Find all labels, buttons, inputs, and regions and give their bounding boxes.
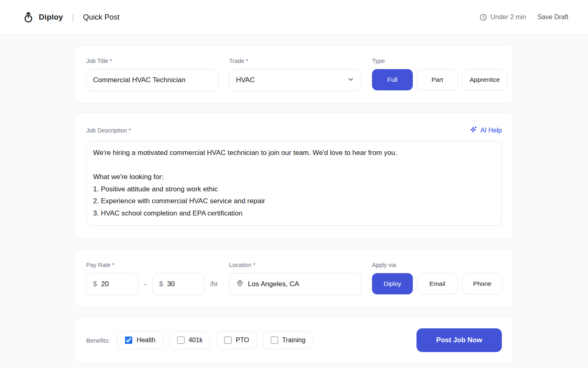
apply-via-field-group: Apply via Diploy Email Phone xyxy=(372,262,503,295)
trade-field-group: Trade * HVAC xyxy=(229,58,361,91)
apply-via-button-group: Diploy Email Phone xyxy=(372,273,503,294)
type-option-apprentice[interactable]: Apprentice xyxy=(462,69,508,90)
pay-unit-label: /hr xyxy=(210,280,218,288)
top-bar: Diploy | Quick Post Under 2 min Save Dra… xyxy=(0,0,588,35)
clock-icon xyxy=(479,13,487,21)
save-draft-button[interactable]: Save Draft xyxy=(537,13,568,21)
benefits-group: Health 401k PTO Training xyxy=(117,331,313,349)
pay-min-field[interactable]: $ xyxy=(86,273,138,295)
ai-help-button[interactable]: AI Help xyxy=(470,126,502,135)
basics-card: Job Title * Trade * HVAC Type Full Part … xyxy=(74,45,514,104)
pay-range-separator: - xyxy=(144,280,147,288)
job-title-label: Job Title * xyxy=(86,58,218,64)
location-label: Location * xyxy=(229,262,361,268)
brand-separator: | xyxy=(72,13,74,22)
pay-rate-field-group: Pay Rate * $ - $ /hr xyxy=(86,262,218,295)
ai-help-label: AI Help xyxy=(481,127,502,134)
benefit-pto-label: PTO xyxy=(236,337,249,344)
type-label: Type xyxy=(372,58,508,64)
benefit-401k-checkbox[interactable] xyxy=(177,337,185,344)
apply-via-option-diploy[interactable]: Diploy xyxy=(372,273,413,294)
pay-rate-label: Pay Rate * xyxy=(86,262,218,268)
location-field-group: Location * xyxy=(229,262,361,295)
description-card: Job Description * AI Help We're hiring a… xyxy=(74,113,514,240)
footer-card: Benefits: Health 401k PTO Training Post … xyxy=(74,317,514,364)
benefit-health-checkbox[interactable] xyxy=(125,337,132,344)
benefit-pto[interactable]: PTO xyxy=(216,331,257,349)
brand-name: Diploy xyxy=(39,13,63,22)
type-field-group: Type Full Part Apprentice xyxy=(372,58,508,91)
post-job-button[interactable]: Post Job Now xyxy=(416,328,502,352)
apply-via-label: Apply via xyxy=(372,262,503,268)
benefit-401k-label: 401k xyxy=(189,337,203,344)
brand-area: Diploy | Quick Post xyxy=(23,11,120,23)
benefit-health-label: Health xyxy=(136,337,155,344)
dollar-icon: $ xyxy=(93,280,97,288)
apply-via-option-email[interactable]: Email xyxy=(417,273,458,294)
benefits-label: Benefits: xyxy=(86,337,110,344)
trade-label: Trade * xyxy=(229,58,361,64)
time-estimate: Under 2 min xyxy=(479,13,526,21)
quick-post-form: Job Title * Trade * HVAC Type Full Part … xyxy=(74,45,514,364)
time-estimate-label: Under 2 min xyxy=(490,13,526,21)
benefit-pto-checkbox[interactable] xyxy=(224,337,232,344)
benefit-health[interactable]: Health xyxy=(117,331,163,349)
pay-max-field[interactable]: $ xyxy=(152,273,205,295)
apply-via-option-phone[interactable]: Phone xyxy=(462,273,503,294)
benefit-training-label: Training xyxy=(282,337,305,344)
page-title: Quick Post xyxy=(83,13,119,22)
location-field[interactable] xyxy=(229,273,361,295)
chevron-down-icon xyxy=(347,76,354,85)
benefit-training[interactable]: Training xyxy=(263,331,313,349)
diploy-logo-icon xyxy=(23,11,34,23)
type-button-group: Full Part Apprentice xyxy=(372,69,508,90)
benefit-401k[interactable]: 401k xyxy=(169,331,211,349)
dollar-icon: $ xyxy=(159,280,163,288)
location-input[interactable] xyxy=(248,280,354,288)
trade-select[interactable]: HVAC xyxy=(229,69,361,91)
pay-min-input[interactable] xyxy=(101,280,131,288)
job-title-field-group: Job Title * xyxy=(86,58,218,91)
map-pin-icon xyxy=(236,279,244,289)
benefit-training-checkbox[interactable] xyxy=(271,337,278,344)
type-option-full[interactable]: Full xyxy=(372,69,413,90)
pay-max-input[interactable] xyxy=(167,280,198,288)
details-card: Pay Rate * $ - $ /hr Location * xyxy=(74,249,514,308)
job-description-textarea[interactable]: We're hiring a motivated commercial HVAC… xyxy=(86,141,502,226)
job-title-input[interactable] xyxy=(86,69,218,91)
trade-selected-value: HVAC xyxy=(236,76,255,84)
type-option-part[interactable]: Part xyxy=(417,69,458,90)
sparkle-icon xyxy=(470,126,478,135)
job-description-label: Job Description * xyxy=(86,127,131,134)
